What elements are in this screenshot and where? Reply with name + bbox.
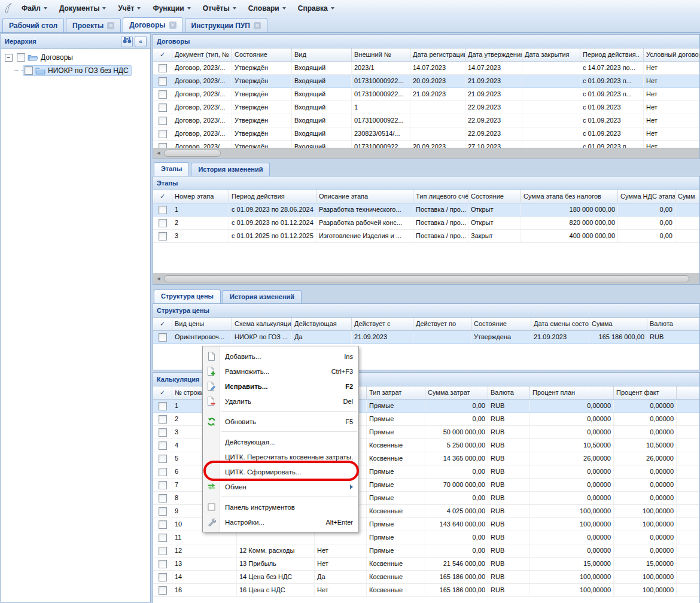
column-header[interactable]: Вид цены <box>172 318 232 330</box>
table-row[interactable]: 3с 01.01.2025 по 01.12.2025Изготовление … <box>153 230 699 243</box>
menubar-item-5[interactable]: Словари <box>242 0 292 16</box>
subtab-0[interactable]: Структура цены <box>154 290 221 303</box>
stages-hscrollbar[interactable]: ◀ <box>153 273 699 284</box>
row-checkbox[interactable] <box>159 547 167 555</box>
tab-2[interactable]: Договоры✕ <box>123 17 182 32</box>
column-header[interactable]: Состояние <box>468 190 521 203</box>
column-header[interactable]: Период действия <box>229 190 316 203</box>
tree-row-0[interactable]: Договоры <box>1 51 150 64</box>
row-checkbox[interactable] <box>159 560 167 568</box>
table-row[interactable]: Договор, 2023/...УтверждёнВходящий2023/1… <box>153 62 699 75</box>
row-checkbox[interactable] <box>159 402 167 410</box>
column-header[interactable]: Период действия.. <box>580 48 644 61</box>
menubar-item-0[interactable]: Файл <box>16 0 53 16</box>
row-checkbox[interactable] <box>159 77 167 86</box>
menu-duplicate[interactable]: Размножить...Ctrl+F3 <box>203 364 358 379</box>
column-header[interactable]: Номер этапа <box>172 190 229 203</box>
column-header[interactable]: Сумма этапа без налогов <box>521 190 618 203</box>
column-header[interactable]: ✓ <box>153 318 172 330</box>
row-checkbox[interactable] <box>159 468 167 476</box>
column-header[interactable]: Тип затрат <box>367 386 425 399</box>
column-header[interactable]: Внешний № <box>352 48 410 61</box>
row-checkbox[interactable] <box>159 232 167 240</box>
column-header[interactable]: Сумма НДС этапа <box>618 190 675 203</box>
column-header[interactable]: Тип лицевого счёт <box>413 190 468 203</box>
column-header[interactable] <box>677 386 699 399</box>
table-row[interactable]: Договор, 2023/...УтверждёнВходящий017310… <box>153 114 699 127</box>
table-row[interactable]: 2с 01.09.2023 по 01.12.2024Разработка ра… <box>153 217 699 230</box>
scrollbar-thumb[interactable] <box>164 150 221 157</box>
column-header[interactable]: Валюта <box>488 386 530 399</box>
tree-checkbox[interactable] <box>17 53 25 62</box>
tab-close-icon[interactable]: ✕ <box>169 22 176 29</box>
row-checkbox[interactable] <box>159 333 167 342</box>
scrollbar-thumb[interactable] <box>164 275 689 282</box>
table-row[interactable]: 1212 Комм. расходыНетПрямые0,00RUB0,0000… <box>153 544 699 558</box>
menu-edit[interactable]: Исправить...F2 <box>203 379 358 394</box>
menu-delete[interactable]: УдалитьDel <box>203 394 358 409</box>
table-row[interactable]: Договор, 2023/...УтверждёнВходящий017310… <box>153 75 699 88</box>
collapse-panel-button[interactable]: « <box>135 36 147 47</box>
row-checkbox[interactable] <box>159 441 167 450</box>
tab-close-icon[interactable]: ✕ <box>254 22 261 29</box>
column-header[interactable]: Сумм <box>675 190 699 203</box>
column-header[interactable]: Действует по <box>413 318 471 330</box>
column-header[interactable]: Дата утверждения <box>465 48 522 61</box>
row-checkbox[interactable] <box>159 117 167 125</box>
column-header[interactable]: Условный договор <box>644 48 699 61</box>
tree-row-1[interactable]: НИОКР по ГОЗ без НДС <box>1 64 150 77</box>
row-checkbox[interactable] <box>159 90 167 99</box>
column-header[interactable]: Действует с <box>352 318 413 330</box>
row-checkbox[interactable] <box>159 415 167 424</box>
menubar-item-6[interactable]: Справка <box>292 0 340 16</box>
table-row[interactable]: Договор, 2023/...УтверждёнВходящий017310… <box>153 88 699 101</box>
menubar-item-1[interactable]: Документы <box>53 0 112 16</box>
row-checkbox[interactable] <box>159 428 167 437</box>
tree-node[interactable]: Договоры <box>15 52 76 63</box>
search-button[interactable] <box>121 36 133 47</box>
scroll-left-icon[interactable]: ◀ <box>154 148 163 158</box>
column-header[interactable]: Сумма затрат <box>425 386 488 399</box>
column-header[interactable]: ✓ <box>153 48 172 61</box>
subtab-1[interactable]: История изменений <box>191 163 270 176</box>
column-header[interactable]: Состояние <box>232 48 292 61</box>
column-header[interactable]: ✓ <box>153 386 172 399</box>
row-checkbox[interactable] <box>159 206 167 214</box>
row-checkbox[interactable] <box>159 494 167 502</box>
row-checkbox[interactable] <box>159 481 167 489</box>
contracts-hscrollbar[interactable]: ◀ <box>153 148 699 159</box>
menubar-item-3[interactable]: Функции <box>147 0 196 16</box>
column-header[interactable]: Состояние <box>471 318 531 330</box>
column-header[interactable]: Действующая <box>292 318 352 330</box>
menu-active-price[interactable]: Действующая... <box>203 434 358 449</box>
menubar-item-2[interactable]: Учёт <box>112 0 147 16</box>
column-header[interactable]: Дата закрытия <box>522 48 580 61</box>
column-header[interactable]: Схема калькуляци <box>232 318 292 330</box>
table-row[interactable]: 1414 Цена без НДСДаКосвенные165 186 000,… <box>153 571 699 584</box>
tab-close-icon[interactable]: ✕ <box>107 22 114 29</box>
row-checkbox[interactable] <box>159 64 167 72</box>
subtab-0[interactable]: Этапы <box>154 162 189 176</box>
menu-settings[interactable]: Настройки...Alt+Enter <box>203 514 358 529</box>
menu-add[interactable]: Добавить...Ins <box>203 349 358 364</box>
row-checkbox[interactable] <box>159 130 167 138</box>
table-row[interactable]: 1616 Цена с НДСНетКосвенные165 186 000,0… <box>153 584 699 597</box>
tree-node[interactable]: НИОКР по ГОЗ без НДС <box>23 65 132 76</box>
column-header[interactable]: Вид <box>292 48 352 61</box>
column-header[interactable]: Валюта <box>647 318 699 330</box>
row-checkbox[interactable] <box>159 586 167 595</box>
row-checkbox[interactable] <box>159 103 167 112</box>
tab-1[interactable]: Проекты✕ <box>66 18 121 32</box>
column-header[interactable]: Описание этапа <box>316 190 413 203</box>
column-header[interactable]: ✓ <box>153 190 172 203</box>
column-header[interactable]: Документ (тип, № <box>172 48 232 61</box>
column-header[interactable]: Сумма <box>589 318 647 330</box>
tree-expander-icon[interactable] <box>5 54 13 62</box>
menu-refresh[interactable]: ОбновитьF5 <box>203 414 358 429</box>
table-row[interactable]: 1313 ПрибыльНетКосвенные21 546 000,00RUB… <box>153 558 699 571</box>
menu-exchange[interactable]: Обмен <box>203 479 358 494</box>
row-checkbox[interactable] <box>159 455 167 463</box>
column-header[interactable]: Дата регистрации. <box>410 48 465 61</box>
column-header[interactable]: Процент план <box>530 386 614 399</box>
column-header[interactable]: Дата смены состоя <box>531 318 589 330</box>
